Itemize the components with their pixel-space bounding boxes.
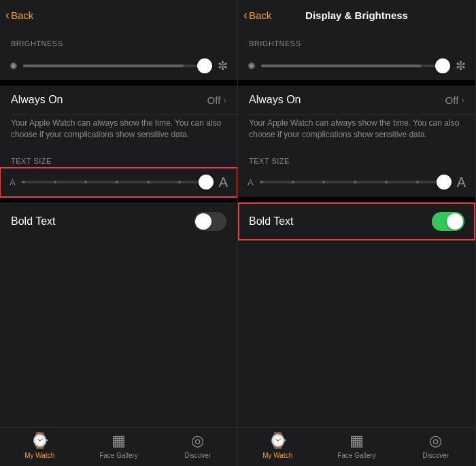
right-content: BRIGHTNESS ✺ ✼ Always On Off › Your Appl… [238,30,475,427]
right-brightness-icon-large: ✼ [456,58,466,73]
left-dot-4 [116,181,118,183]
left-tab-face-gallery[interactable]: ▦ Face Gallery [79,432,158,459]
right-always-on-chevron: › [461,94,464,105]
right-divider-3 [238,197,475,202]
left-my-watch-icon: ⌚ [31,432,49,450]
left-dot-5 [147,181,150,183]
left-brightness-label: BRIGHTNESS [0,30,237,52]
right-always-on-label: Always On [249,94,301,106]
right-tab-bar: ⌚ My Watch ▦ Face Gallery ◎ Discover [238,427,475,466]
right-text-slider-thumb[interactable] [437,175,452,190]
left-text-size-a-large: A [219,175,228,190]
left-always-on-chevron: › [223,94,226,105]
left-dot-6 [178,181,181,183]
right-always-on-row[interactable]: Always On Off › [238,86,475,114]
right-dot-2 [292,181,294,183]
left-always-on-row[interactable]: Always On Off › [0,86,237,114]
right-always-on-value: Off [445,94,459,106]
left-content: BRIGHTNESS ✺ ✼ Always On Off › Your Appl… [0,30,237,427]
right-bold-text-row[interactable]: Bold Text [238,202,475,240]
right-discover-icon: ◎ [429,432,442,450]
right-dot-4 [354,181,356,183]
left-text-size-row: A A [0,168,237,197]
right-face-gallery-label: Face Gallery [337,452,376,459]
right-header: ‹ Back Display & Brightness [238,0,475,30]
right-my-watch-label: My Watch [262,452,292,459]
right-brightness-slider-row: ✺ ✼ [238,52,475,80]
left-always-on-label: Always On [11,94,63,106]
right-text-size-row: A A [238,168,475,197]
left-text-size-a-small: A [10,177,16,187]
left-back-chevron: ‹ [5,8,10,22]
left-always-on-right: Off › [207,94,226,106]
left-face-gallery-label: Face Gallery [99,452,138,459]
left-toggle-thumb [195,213,211,230]
left-text-slider-track[interactable] [21,181,214,183]
right-text-slider-track[interactable] [259,181,452,183]
right-dot-5 [385,181,388,183]
left-my-watch-label: My Watch [24,452,54,459]
right-divider-1 [238,80,475,86]
right-text-size-a-small: A [248,177,254,187]
right-toggle-thumb [447,213,463,230]
left-bold-text-label: Bold Text [11,215,56,228]
left-brightness-track[interactable] [23,65,212,67]
right-brightness-icon-small: ✺ [248,60,256,71]
right-text-size-a-large: A [457,175,466,190]
left-tab-discover[interactable]: ◎ Discover [158,432,237,459]
right-tab-my-watch[interactable]: ⌚ My Watch [238,432,317,459]
left-tab-my-watch[interactable]: ⌚ My Watch [0,432,79,459]
right-face-gallery-icon: ▦ [350,432,364,450]
left-description: Your Apple Watch can always show the tim… [0,115,237,150]
left-tab-bar: ⌚ My Watch ▦ Face Gallery ◎ Discover [0,427,237,466]
right-back-button[interactable]: ‹ Back [243,8,271,22]
right-text-slider-dots [259,181,452,183]
right-text-size-label: TEXT SIZE [238,150,475,168]
left-divider-1 [0,80,237,86]
right-dot-1 [260,181,263,183]
left-brightness-icon-large: ✼ [218,58,228,73]
right-panel: ‹ Back Display & Brightness BRIGHTNESS ✺… [238,0,476,466]
left-dot-1 [22,181,25,183]
right-title: Display & Brightness [305,10,408,21]
right-bold-text-label: Bold Text [249,215,294,228]
left-bold-text-toggle[interactable] [194,212,226,231]
left-brightness-thumb[interactable] [197,58,212,73]
left-always-on-value: Off [207,94,221,106]
left-brightness-icon-small: ✺ [10,60,18,71]
left-dot-3 [84,181,87,183]
left-brightness-slider-row: ✺ ✼ [0,52,237,80]
left-divider-3 [0,197,237,202]
left-bold-text-row[interactable]: Bold Text [0,202,237,240]
right-back-label: Back [249,10,271,21]
right-description: Your Apple Watch can always show the tim… [238,115,475,150]
left-back-label: Back [11,10,33,21]
right-brightness-label: BRIGHTNESS [238,30,475,52]
right-dot-3 [322,181,325,183]
left-panel: ‹ Back BRIGHTNESS ✺ ✼ Always On Off › Yo… [0,0,238,466]
left-text-slider-dots [21,181,214,183]
left-face-gallery-icon: ▦ [112,432,126,450]
left-text-slider-thumb[interactable] [199,175,214,190]
right-back-chevron: ‹ [243,8,248,22]
right-dot-6 [416,181,419,183]
right-tab-discover[interactable]: ◎ Discover [396,432,475,459]
left-text-size-label: TEXT SIZE [0,150,237,168]
left-back-button[interactable]: ‹ Back [5,8,33,22]
left-dot-2 [54,181,56,183]
right-brightness-fill [261,65,422,67]
right-tab-face-gallery[interactable]: ▦ Face Gallery [317,432,396,459]
right-brightness-thumb[interactable] [435,58,450,73]
right-my-watch-icon: ⌚ [269,432,287,450]
left-header: ‹ Back [0,0,237,30]
right-always-on-right: Off › [445,94,464,106]
left-discover-label: Discover [184,452,211,459]
right-discover-label: Discover [422,452,449,459]
left-discover-icon: ◎ [191,432,204,450]
left-brightness-fill [23,65,184,67]
right-bold-text-toggle[interactable] [432,212,464,231]
right-brightness-track[interactable] [261,65,450,67]
